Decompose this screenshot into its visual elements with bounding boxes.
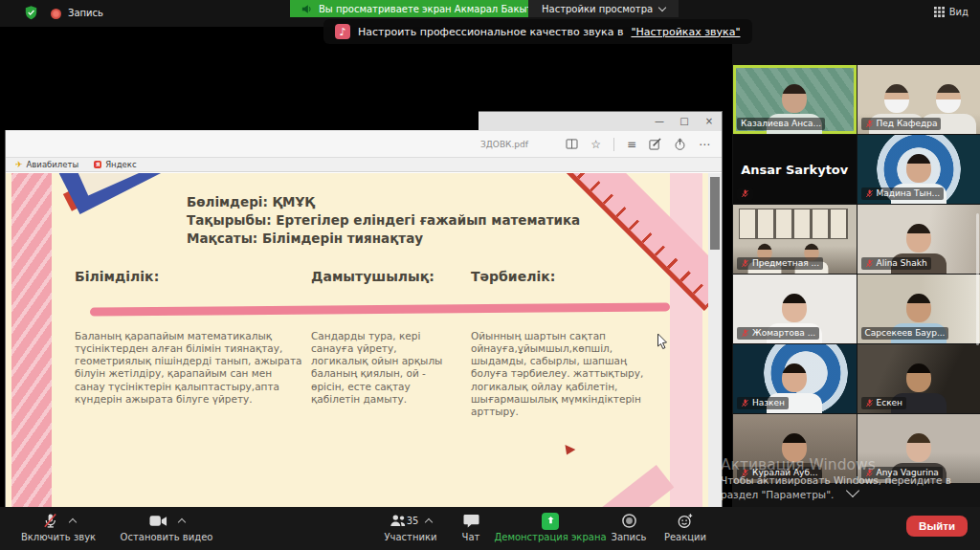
participant-name: Пед Кафедра (877, 119, 938, 128)
participant-tile[interactable]: Ansar Sarkytov (733, 135, 857, 204)
yandex-icon: Я (94, 161, 101, 168)
muted-mic-icon (741, 329, 749, 338)
participant-label: Казалиева Анса... (737, 118, 825, 130)
participant-name: Ескен (877, 398, 903, 407)
participant-name: Куралай Ауб... (752, 468, 818, 477)
more-participants-chevron-icon[interactable] (846, 484, 859, 497)
meeting-toolbar: Включить звук Остановить видео 35 Участн… (0, 507, 980, 550)
muted-mic-icon (865, 259, 874, 268)
participant-label: Предметная ... (737, 257, 823, 270)
chevron-up-icon[interactable] (425, 518, 433, 526)
pink-marker-underline (90, 302, 670, 316)
minimize-button[interactable]: — (647, 112, 672, 131)
participant-name: Мадина Тын... (877, 188, 941, 198)
speaker-icon (301, 4, 313, 14)
participant-name: Alina Shakh (877, 258, 927, 268)
participants-button[interactable]: 35 Участники (373, 512, 448, 542)
column-title: Білімділік: (75, 269, 159, 284)
airplane-icon: ✈ (15, 160, 23, 169)
security-shield-icon (25, 6, 37, 24)
mouse-cursor (657, 333, 669, 354)
participant-name: Жомартова ... (752, 328, 815, 338)
chat-button[interactable]: Чат (450, 512, 492, 542)
muted-mic-icon (865, 189, 874, 198)
participant-label: Alina Shakh (861, 257, 931, 270)
view-button[interactable]: Вид (934, 7, 969, 17)
participant-tile[interactable]: Куралай Ауб... (733, 414, 857, 483)
view-settings-dropdown[interactable]: Настройки просмотра (528, 0, 679, 17)
unmute-button[interactable]: Включить звук (10, 512, 107, 542)
bookmark-label: Авиабилеты (27, 160, 79, 169)
pdf-scrollbar[interactable] (708, 173, 722, 509)
column-title: Дамытушылық: (311, 269, 434, 284)
participants-scrollbar[interactable] (976, 213, 979, 345)
web-note-icon[interactable] (649, 138, 661, 150)
reactions-icon (677, 513, 694, 529)
reading-view-icon[interactable] (566, 139, 578, 149)
record-icon (621, 513, 637, 529)
participant-tile[interactable]: Предметная ... (733, 205, 857, 274)
share-screen-button[interactable]: Демонстрация экрана (494, 512, 607, 542)
close-button[interactable]: × (697, 112, 722, 131)
record-label: Запись (612, 532, 647, 542)
slide-header-line: Тақырыбы: Ертегілер еліндегі ғажайып мат… (187, 211, 580, 230)
pdf-scrollbar-thumb[interactable] (710, 177, 720, 250)
participant-tile[interactable]: Anya Vagurina (858, 414, 980, 483)
participants-label: Участники (384, 532, 436, 542)
muted-mic-icon (865, 469, 874, 477)
browser-address-bar[interactable]: ЗДОВК.pdf ☆ ≡ ⋯ (6, 131, 722, 158)
participant-tile[interactable]: Сарсекеев Баур... (858, 275, 980, 343)
participant-tile[interactable]: Ескен (858, 344, 980, 413)
slide-header-line: Бөлімдері: ҚМҰҚ (187, 193, 580, 211)
leave-meeting-button[interactable]: Выйти (906, 516, 968, 537)
microphone-muted-icon (42, 513, 58, 529)
participant-label (737, 188, 753, 200)
chevron-down-icon (658, 3, 666, 11)
muted-mic-icon (865, 120, 874, 128)
share-screen-label: Демонстрация экрана (494, 532, 606, 542)
column-body: Баланың қарапайым математикалық түсінікт… (75, 330, 304, 406)
participant-tile[interactable]: Жомартова ... (733, 275, 857, 343)
participant-tile[interactable]: Назкен (733, 344, 857, 413)
bookmark-aviabilety[interactable]: ✈ Авиабилеты (15, 160, 78, 169)
participant-label: Пед Кафедра (861, 118, 942, 130)
favorite-star-icon[interactable]: ☆ (590, 139, 601, 150)
chat-icon (463, 514, 479, 529)
participant-tile[interactable]: Alina Shakh (858, 205, 980, 274)
grid-view-icon (934, 7, 945, 17)
participant-name: Назкен (752, 398, 785, 407)
slide-header: Бөлімдері: ҚМҰҚ Тақырыбы: Ертегілер елін… (187, 193, 580, 248)
bookmark-yandex[interactable]: Я Яндекс (94, 160, 136, 169)
participant-label: Мадина Тын... (861, 187, 945, 200)
chevron-up-icon[interactable] (177, 518, 185, 526)
participant-label: Назкен (737, 397, 789, 409)
maximize-button[interactable]: □ (672, 112, 697, 131)
record-button[interactable]: Запись (607, 512, 651, 542)
audio-settings-link[interactable]: "Настройках звука" (631, 26, 740, 38)
hub-icon[interactable]: ≡ (627, 139, 636, 150)
toast-text: Настроить профессиональное качество звук… (358, 26, 623, 38)
view-settings-label: Настройки просмотра (542, 4, 653, 14)
column-title: Тәрбиелік: (471, 269, 555, 284)
column-body: Сандарды тура, кері санауға үйрету, логи… (311, 330, 457, 406)
participant-tile[interactable]: Пед Кафедра (858, 65, 980, 134)
unmute-label: Включить звук (21, 532, 96, 542)
participant-tile[interactable]: Казалиева Анса... (733, 65, 857, 134)
reactions-button[interactable]: Реакции (660, 512, 710, 542)
muted-mic-icon (741, 399, 749, 407)
share-page-icon[interactable] (674, 138, 686, 150)
share-screen-icon (542, 513, 559, 530)
audio-settings-toast: ♪ Настроить профессиональное качество зв… (323, 19, 752, 44)
stop-video-button[interactable]: Остановить видео (111, 512, 222, 542)
participant-label: Anya Vagurina (861, 467, 943, 479)
pdf-viewer-area: Бөлімдері: ҚМҰҚ Тақырыбы: Ертегілер елін… (6, 173, 722, 509)
more-options-icon[interactable]: ⋯ (699, 139, 710, 150)
url-text[interactable]: ЗДОВК.pdf (480, 140, 528, 149)
redaction-block (5, 84, 479, 130)
participant-name: Anya Vagurina (877, 468, 939, 477)
participant-tile[interactable]: Мадина Тын... (858, 135, 980, 204)
divider (613, 138, 614, 151)
music-note-icon: ♪ (335, 24, 350, 39)
recording-indicator-icon (51, 9, 61, 19)
chevron-up-icon[interactable] (68, 518, 76, 526)
